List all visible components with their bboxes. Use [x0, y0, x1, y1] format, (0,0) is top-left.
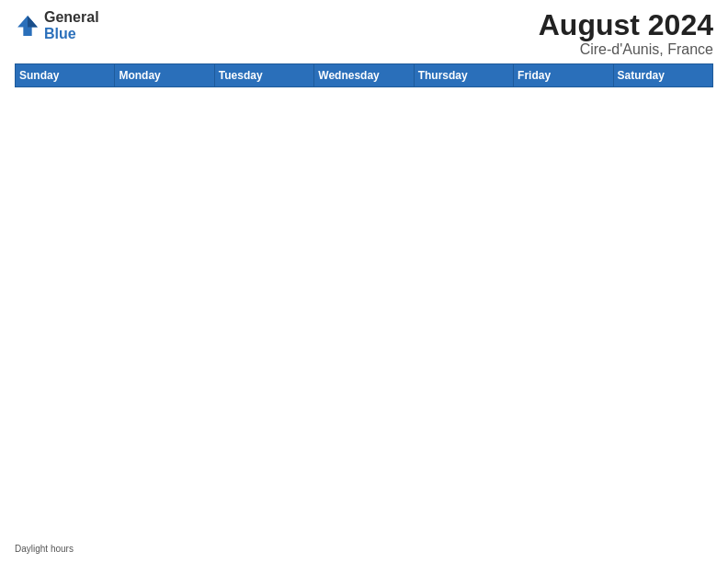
calendar-subtitle: Cire-d'Aunis, France — [539, 41, 713, 58]
calendar-header-row: Sunday Monday Tuesday Wednesday Thursday… — [16, 64, 713, 87]
page: General Blue August 2024 Cire-d'Aunis, F… — [0, 0, 728, 563]
col-friday: Friday — [514, 64, 613, 87]
footer-note: Daylight hours — [15, 544, 713, 554]
logo-text: General Blue — [44, 9, 99, 41]
calendar-title: August 2024 — [539, 9, 713, 41]
title-block: August 2024 Cire-d'Aunis, France — [539, 9, 713, 58]
col-monday: Monday — [115, 64, 214, 87]
logo: General Blue — [15, 9, 99, 41]
svg-marker-1 — [28, 16, 38, 27]
col-thursday: Thursday — [414, 64, 513, 87]
header: General Blue August 2024 Cire-d'Aunis, F… — [15, 9, 713, 58]
logo-blue: Blue — [44, 26, 76, 41]
col-wednesday: Wednesday — [314, 64, 414, 87]
col-tuesday: Tuesday — [214, 64, 313, 87]
col-sunday: Sunday — [16, 64, 115, 87]
logo-general: General — [44, 9, 99, 25]
logo-icon — [15, 13, 40, 39]
calendar-table: Sunday Monday Tuesday Wednesday Thursday… — [15, 63, 713, 540]
daylight-label: Daylight hours — [15, 544, 74, 554]
col-saturday: Saturday — [613, 64, 712, 87]
